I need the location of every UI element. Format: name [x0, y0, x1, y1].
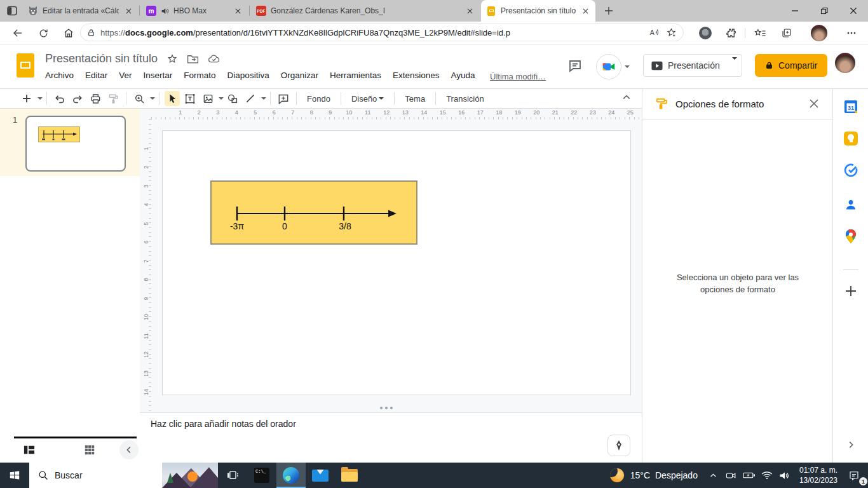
layout-button[interactable]: Diseño: [345, 92, 390, 105]
cloud-saved-icon[interactable]: [208, 54, 220, 64]
browser-tab-1[interactable]: Editar la entrada «Cálculo Difere: [23, 0, 139, 22]
window-restore-button[interactable]: [810, 0, 839, 22]
insert-image-icon[interactable]: [200, 91, 215, 106]
read-aloud-icon[interactable]: A: [649, 27, 661, 37]
present-button[interactable]: Presentación: [643, 54, 742, 77]
extension-icon[interactable]: [696, 24, 714, 42]
speaker-notes-area[interactable]: Haz clic para añadir notas del orador: [140, 413, 642, 463]
share-button[interactable]: Compartir: [755, 54, 827, 77]
present-dropdown[interactable]: [726, 60, 743, 71]
maps-icon[interactable]: [843, 229, 858, 244]
theme-button[interactable]: Tema: [398, 92, 431, 105]
menu-item[interactable]: Archivo: [39, 69, 79, 82]
add-comment-icon[interactable]: [276, 91, 291, 106]
notes-placeholder[interactable]: Haz clic para añadir notas del orador: [151, 419, 296, 429]
account-avatar[interactable]: [835, 53, 855, 73]
tab-actions-menu-icon[interactable]: [6, 5, 18, 17]
document-title[interactable]: Presentación sin título: [45, 52, 158, 65]
new-slide-button[interactable]: [19, 91, 34, 106]
close-tab-icon[interactable]: [580, 6, 590, 16]
new-tab-button[interactable]: [602, 4, 615, 17]
menu-item[interactable]: Ver: [113, 69, 137, 82]
paint-format-icon[interactable]: [105, 91, 121, 106]
window-minimize-button[interactable]: [780, 0, 810, 22]
tray-chevron-up-icon[interactable]: [705, 463, 722, 488]
weather-temp[interactable]: 15°C: [630, 470, 650, 480]
browser-tab-active[interactable]: Presentación sin título - Presenta: [481, 0, 595, 22]
background-button[interactable]: Fondo: [301, 92, 337, 105]
collapse-filmstrip-button[interactable]: [119, 440, 139, 459]
window-close-button[interactable]: [839, 0, 868, 22]
battery-icon[interactable]: [741, 463, 757, 488]
close-tab-icon[interactable]: [465, 6, 475, 16]
favorite-star-icon[interactable]: [666, 27, 677, 38]
close-tab-icon[interactable]: [123, 6, 133, 16]
comment-history-icon[interactable]: [567, 58, 583, 74]
menu-item[interactable]: Organizar: [275, 69, 324, 82]
collections-icon[interactable]: [778, 24, 796, 42]
move-folder-icon[interactable]: [187, 53, 199, 64]
extensions-puzzle-icon[interactable]: [722, 24, 740, 42]
transition-button[interactable]: Transición: [440, 92, 490, 105]
menu-item[interactable]: Ayuda: [445, 69, 481, 82]
tasks-icon[interactable]: [843, 163, 858, 178]
calendar-icon[interactable]: 31: [843, 99, 858, 114]
grid-view-icon[interactable]: [84, 444, 95, 456]
slide-row-selected[interactable]: 1: [0, 109, 140, 176]
line-dropdown[interactable]: [261, 97, 266, 100]
address-bar[interactable]: https://docs.google.com/presentation/d/1…: [80, 24, 684, 41]
slide-editing-surface[interactable]: -3π 0 3/8: [162, 130, 631, 395]
browser-profile-avatar[interactable]: [811, 25, 827, 41]
close-tab-icon[interactable]: [233, 6, 243, 16]
collapse-toolbar-icon[interactable]: [621, 92, 632, 102]
command-prompt-icon[interactable]: C:\_: [247, 463, 276, 488]
shape-icon[interactable]: [225, 91, 240, 106]
favorites-bar-icon[interactable]: [751, 24, 769, 42]
search-highlight-image[interactable]: [162, 463, 218, 488]
undo-icon[interactable]: [52, 91, 67, 106]
zoom-dropdown[interactable]: [150, 97, 155, 100]
menu-item[interactable]: Diapositiva: [222, 69, 275, 82]
image-dropdown[interactable]: [219, 97, 224, 100]
menu-item[interactable]: Extensiones: [387, 69, 445, 82]
weather-condition[interactable]: Despejado: [655, 470, 698, 480]
url-text[interactable]: https://docs.google.com/presentation/d/1…: [100, 28, 644, 37]
line-tool-icon[interactable]: [243, 91, 258, 106]
edge-taskbar-icon[interactable]: [276, 463, 306, 488]
menu-item[interactable]: Editar: [79, 69, 113, 82]
contacts-icon[interactable]: [843, 197, 858, 212]
meet-now-icon[interactable]: [723, 463, 740, 488]
add-addon-icon[interactable]: [843, 283, 858, 299]
taskbar-clock[interactable]: 01:07 a. m. 13/02/2023: [794, 465, 843, 485]
speaker-icon[interactable]: [161, 7, 169, 15]
google-slides-logo[interactable]: [17, 53, 34, 78]
redo-icon[interactable]: [70, 91, 85, 106]
refresh-icon[interactable]: [34, 24, 52, 42]
text-box-icon[interactable]: [182, 91, 198, 106]
browser-tab-2[interactable]: m HBO Max: [141, 0, 248, 22]
explore-button[interactable]: [607, 435, 630, 456]
volume-icon[interactable]: [776, 463, 793, 488]
home-icon[interactable]: [60, 24, 78, 42]
last-modified-link[interactable]: Última modifi…: [490, 70, 546, 81]
task-view-button[interactable]: [218, 463, 247, 488]
start-button[interactable]: [0, 463, 29, 488]
slide-thumbnail[interactable]: [25, 116, 126, 172]
mail-app-icon[interactable]: [306, 463, 335, 488]
filmstrip-view-icon[interactable]: [23, 444, 36, 456]
hide-side-panel-icon[interactable]: [843, 437, 858, 452]
menu-item[interactable]: Insertar: [138, 69, 179, 82]
close-icon[interactable]: [809, 98, 819, 109]
notes-resize-handle[interactable]: [380, 407, 393, 409]
browser-menu-icon[interactable]: [843, 24, 860, 42]
print-icon[interactable]: [88, 91, 103, 106]
wifi-icon[interactable]: [759, 463, 775, 488]
menu-item[interactable]: Herramientas: [324, 69, 387, 82]
file-explorer-icon[interactable]: [335, 463, 364, 488]
select-cursor-icon[interactable]: [165, 91, 180, 106]
back-icon[interactable]: [9, 24, 27, 42]
new-slide-dropdown[interactable]: [37, 97, 43, 100]
taskbar-search-box[interactable]: Buscar: [29, 463, 218, 488]
star-icon[interactable]: [166, 53, 178, 65]
lock-icon[interactable]: [87, 29, 95, 37]
